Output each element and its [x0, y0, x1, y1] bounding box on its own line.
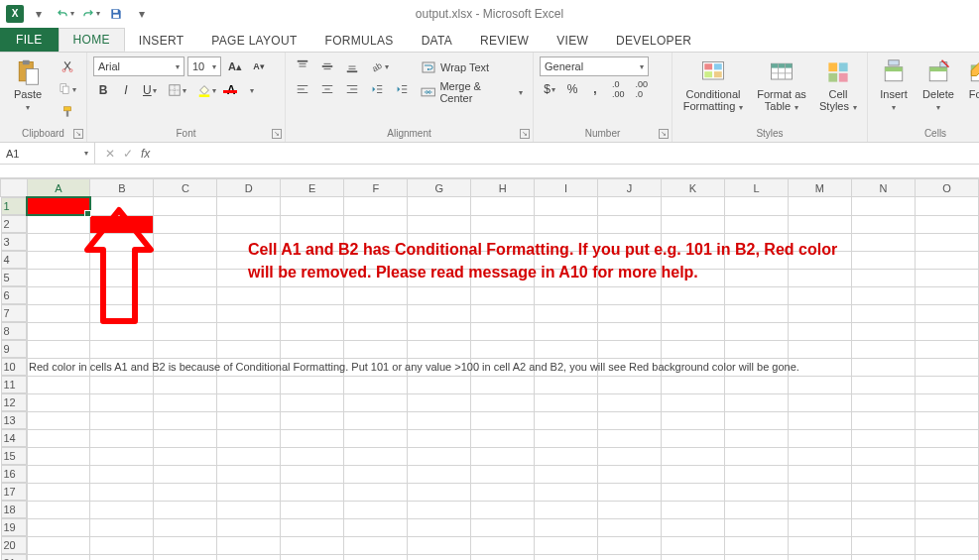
alignment-launcher[interactable]: ↘: [520, 129, 530, 139]
cell-K20[interactable]: [662, 536, 725, 554]
cell-C15[interactable]: [154, 447, 217, 465]
cell-B9[interactable]: [90, 340, 154, 358]
cell-L8[interactable]: [724, 322, 788, 340]
cell-G8[interactable]: [408, 322, 471, 340]
cell-J17[interactable]: [598, 483, 662, 501]
cell-F10[interactable]: [344, 358, 408, 376]
col-header-K[interactable]: K: [662, 179, 725, 197]
cell-O11[interactable]: [915, 376, 978, 393]
align-top-button[interactable]: [292, 56, 313, 76]
cell-B14[interactable]: [90, 429, 154, 447]
cell-N12[interactable]: [851, 393, 915, 411]
cell-K16[interactable]: [662, 465, 725, 483]
cell-N8[interactable]: [851, 322, 915, 340]
cell-G16[interactable]: [408, 465, 471, 483]
cell-A12[interactable]: [27, 393, 90, 411]
cell-O7[interactable]: [915, 304, 978, 322]
row-header-12[interactable]: 12: [1, 393, 27, 411]
row-header-9[interactable]: 9: [1, 340, 27, 358]
bold-button[interactable]: B: [93, 80, 113, 100]
cell-C18[interactable]: [154, 501, 217, 518]
cell-E19[interactable]: [281, 518, 344, 536]
cell-J9[interactable]: [598, 340, 662, 358]
cell-J7[interactable]: [598, 304, 662, 322]
accounting-format-button[interactable]: $▾: [540, 79, 559, 99]
cell-C20[interactable]: [154, 536, 217, 554]
cell-K13[interactable]: [662, 411, 725, 429]
fx-icon[interactable]: fx: [141, 147, 150, 161]
cell-D7[interactable]: [217, 304, 281, 322]
cell-J18[interactable]: [598, 501, 662, 518]
cell-K19[interactable]: [662, 518, 725, 536]
conditional-formatting-button[interactable]: Conditional Formatting ▾: [678, 56, 748, 113]
align-left-button[interactable]: [292, 79, 313, 99]
cell-O12[interactable]: [915, 393, 978, 411]
cell-E16[interactable]: [281, 465, 344, 483]
cell-N20[interactable]: [851, 536, 915, 554]
cell-O6[interactable]: [915, 286, 978, 304]
cell-A16[interactable]: [27, 465, 90, 483]
col-header-F[interactable]: F: [344, 179, 408, 197]
paste-button[interactable]: Paste▾: [6, 56, 50, 113]
cell-E18[interactable]: [281, 501, 344, 518]
clipboard-launcher[interactable]: ↘: [73, 129, 83, 139]
cell-O14[interactable]: [915, 429, 978, 447]
cell-I11[interactable]: [535, 376, 598, 393]
cell-O15[interactable]: [915, 447, 978, 465]
cell-H9[interactable]: [471, 340, 535, 358]
cell-L20[interactable]: [724, 536, 788, 554]
cell-H14[interactable]: [471, 429, 535, 447]
row-header-14[interactable]: 14: [1, 429, 27, 447]
tab-formulas[interactable]: FORMULAS: [311, 30, 408, 52]
cell-L7[interactable]: [724, 304, 788, 322]
cell-N7[interactable]: [851, 304, 915, 322]
cell-E12[interactable]: [281, 393, 344, 411]
cell-M16[interactable]: [788, 465, 851, 483]
cell-C9[interactable]: [154, 340, 217, 358]
row-header-10[interactable]: 10: [1, 358, 27, 376]
font-color-button[interactable]: A▾: [223, 80, 259, 100]
row-header-5[interactable]: 5: [1, 269, 27, 286]
cell-N6[interactable]: [851, 286, 915, 304]
cell-I14[interactable]: [535, 429, 598, 447]
increase-decimal-button[interactable]: .0.00: [608, 79, 629, 99]
cell-J10[interactable]: [598, 358, 662, 376]
align-middle-button[interactable]: [316, 56, 338, 76]
cell-E13[interactable]: [281, 411, 344, 429]
col-header-I[interactable]: I: [535, 179, 598, 197]
cell-F17[interactable]: [344, 483, 408, 501]
cell-M12[interactable]: [788, 393, 851, 411]
row-header-20[interactable]: 20: [1, 536, 27, 554]
cell-H17[interactable]: [471, 483, 535, 501]
cell-L10[interactable]: [724, 358, 788, 376]
cell-M11[interactable]: [788, 376, 851, 393]
cell-M19[interactable]: [788, 518, 851, 536]
fill-color-button[interactable]: ▾: [193, 80, 220, 100]
tab-data[interactable]: DATA: [408, 30, 466, 52]
row-header-4[interactable]: 4: [1, 251, 27, 269]
cell-N15[interactable]: [851, 447, 915, 465]
cell-F21[interactable]: [344, 554, 408, 560]
cell-F11[interactable]: [344, 376, 408, 393]
cell-B16[interactable]: [90, 465, 154, 483]
cell-O19[interactable]: [915, 518, 978, 536]
cell-G20[interactable]: [408, 536, 471, 554]
cell-K14[interactable]: [662, 429, 725, 447]
cell-I12[interactable]: [535, 393, 598, 411]
cell-D14[interactable]: [217, 429, 281, 447]
col-header-C[interactable]: C: [154, 179, 217, 197]
format-as-table-button[interactable]: Format as Table ▾: [752, 56, 811, 113]
col-header-M[interactable]: M: [788, 179, 851, 197]
font-name-combo[interactable]: Arial▾: [93, 56, 184, 76]
cell-B20[interactable]: [90, 536, 154, 554]
cell-H7[interactable]: [471, 304, 535, 322]
cell-F19[interactable]: [344, 518, 408, 536]
increase-font-button[interactable]: A▴: [224, 56, 246, 76]
cell-L18[interactable]: [724, 501, 788, 518]
cell-D11[interactable]: [217, 376, 281, 393]
cell-H15[interactable]: [471, 447, 535, 465]
cell-B21[interactable]: [90, 554, 154, 560]
cell-I20[interactable]: [535, 536, 598, 554]
cell-N1[interactable]: [851, 197, 915, 216]
row-header-15[interactable]: 15: [1, 447, 27, 465]
